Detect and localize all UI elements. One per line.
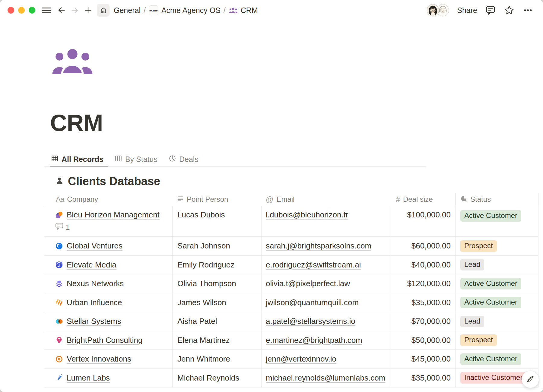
deal-size-cell[interactable]: $70,000.00 [390,312,456,331]
email-cell[interactable]: jenn@vertexinnov.io [262,350,390,368]
company-cell[interactable]: Global Ventures [44,237,173,255]
status-badge[interactable]: Active Customer [460,210,521,222]
minimize-window-button[interactable] [18,7,25,14]
email-link[interactable]: sarah.j@brightsparksolns.com [266,241,371,251]
status-badge[interactable]: Lead [460,259,484,270]
email-link[interactable]: michael.reynolds@lumenlabs.com [266,373,385,383]
deal-size-cell[interactable]: $100,000.00 [390,206,456,236]
company-cell[interactable]: Urban Influence [44,293,173,312]
deal-size-cell[interactable]: $35,000.00 [390,369,456,387]
breadcrumb-page[interactable]: CRM [241,6,258,15]
company-link[interactable]: Stellar Systems [67,317,121,326]
breadcrumb-workspace[interactable]: Acme Agency OS [161,6,221,15]
status-badge[interactable]: Active Customer [460,278,521,289]
email-cell[interactable]: l.dubois@bleuhorizon.fr [262,206,390,236]
deal-size-cell[interactable]: $50,000.00 [390,331,456,350]
company-link[interactable]: Bleu Horizon Management [67,210,160,220]
deal-size-cell[interactable]: $45,000.00 [390,350,456,368]
column-header-company[interactable]: Aa Company [44,193,173,206]
more-options-icon[interactable] [522,6,533,14]
comment-count-line[interactable]: 1 [55,223,70,232]
sidebar-menu-icon[interactable] [42,8,51,13]
status-badge[interactable]: Active Customer [460,353,521,365]
zoom-window-button[interactable] [29,7,35,14]
column-header-point-person[interactable]: Point Person [173,193,262,206]
back-icon[interactable] [57,6,66,15]
deal-size-cell[interactable]: $35,000.00 [390,293,456,312]
email-link[interactable]: jenn@vertexinnov.io [266,354,336,364]
email-cell[interactable]: sarah.j@brightsparksolns.com [262,237,390,255]
breadcrumb-general[interactable]: General [114,6,141,15]
home-icon[interactable] [97,4,110,17]
email-cell[interactable]: michael.reynolds@lumenlabs.com [262,369,390,387]
tab-by-status[interactable]: By Status [115,152,157,167]
company-link[interactable]: Nexus Networks [67,279,124,288]
company-cell[interactable]: Stellar Systems [44,312,173,331]
company-link[interactable]: Vertex Innovations [67,354,131,364]
email-link[interactable]: olivia.t@pixelperfect.law [266,279,350,288]
status-cell[interactable]: Lead [456,312,538,331]
company-cell[interactable]: Lumen Labs [44,369,173,387]
column-header-deal-size[interactable]: # Deal size [390,193,456,206]
avatar[interactable] [427,4,439,17]
favorite-star-icon[interactable] [504,5,515,15]
point-person-cell[interactable]: Aisha Patel [173,312,262,331]
email-link[interactable]: a.patel@stellarsystems.io [266,317,355,326]
point-person-cell[interactable]: Jenn Whitmore [173,350,262,368]
point-person-cell[interactable]: James Wilson [173,293,262,312]
forward-icon[interactable] [70,6,79,15]
point-person-cell[interactable]: Sarah Johnson [173,237,262,255]
status-cell[interactable]: Prospect [456,331,538,350]
company-link[interactable]: Elevate Media [67,260,116,270]
point-person-cell[interactable]: Michael Reynolds [173,369,262,387]
point-person-cell[interactable]: Olivia Thompson [173,274,262,293]
company-link[interactable]: Urban Influence [67,298,122,307]
email-cell[interactable]: a.patel@stellarsystems.io [262,312,390,331]
email-link[interactable]: l.dubois@bleuhorizon.fr [266,210,348,220]
email-cell[interactable]: olivia.t@pixelperfect.law [262,274,390,293]
company-link[interactable]: BrightPath Consulting [67,336,142,345]
company-cell[interactable]: Nexus Networks [44,274,173,293]
comments-icon[interactable] [485,5,496,15]
email-link[interactable]: jwilson@quantumquill.com [266,298,359,307]
status-badge[interactable]: Prospect [460,334,497,346]
deal-size-cell[interactable]: $120,000.00 [390,274,456,293]
point-person-cell[interactable]: Lucas Dubois [173,206,262,236]
column-header-email[interactable]: @ Email [262,193,390,206]
status-cell[interactable]: Active Customer [456,274,538,293]
status-cell[interactable]: Lead [456,256,538,274]
email-link[interactable]: e.rodriguez@swiftstream.ai [266,260,361,270]
status-cell[interactable]: Active Customer [456,293,538,312]
email-cell[interactable]: e.martinez@brightpath.com [262,331,390,350]
company-cell[interactable]: Vertex Innovations [44,350,173,368]
page-title[interactable]: CRM [50,109,103,137]
compose-fab-button[interactable] [522,371,539,388]
email-cell[interactable]: jwilson@quantumquill.com [262,293,390,312]
company-link[interactable]: Lumen Labs [67,373,110,383]
point-person-cell[interactable]: Emily Rodriguez [173,256,262,274]
point-person-cell[interactable]: Elena Martinez [173,331,262,350]
company-cell[interactable]: BrightPath Consulting [44,331,173,350]
status-badge[interactable]: Prospect [460,240,497,252]
new-page-plus-icon[interactable] [84,6,93,15]
deal-size-cell[interactable]: $60,000.00 [390,237,456,255]
column-header-status[interactable]: Status [456,193,538,206]
company-link[interactable]: Global Ventures [67,241,122,251]
email-cell[interactable]: e.rodriguez@swiftstream.ai [262,256,390,274]
share-button[interactable]: Share [457,6,477,15]
tab-deals[interactable]: Deals [169,152,198,167]
status-cell[interactable]: Active Customer [456,206,538,236]
status-badge[interactable]: Lead [460,316,484,327]
status-cell[interactable]: Active Customer [456,350,538,368]
status-badge[interactable]: Active Customer [460,297,521,308]
company-cell[interactable]: Bleu Horizon Management 1 [44,206,173,236]
tab-all-records[interactable]: All Records [51,152,103,167]
status-badge[interactable]: Inactive Customer [460,372,526,384]
email-link[interactable]: e.martinez@brightpath.com [266,336,362,345]
company-cell[interactable]: Elevate Media [44,256,173,274]
workspace-logo[interactable]: acme [149,5,158,15]
close-window-button[interactable] [8,7,14,14]
page-icon-people-group[interactable] [51,48,94,75]
status-cell[interactable]: Prospect [456,237,538,255]
deal-size-cell[interactable]: $40,000.00 [390,256,456,274]
